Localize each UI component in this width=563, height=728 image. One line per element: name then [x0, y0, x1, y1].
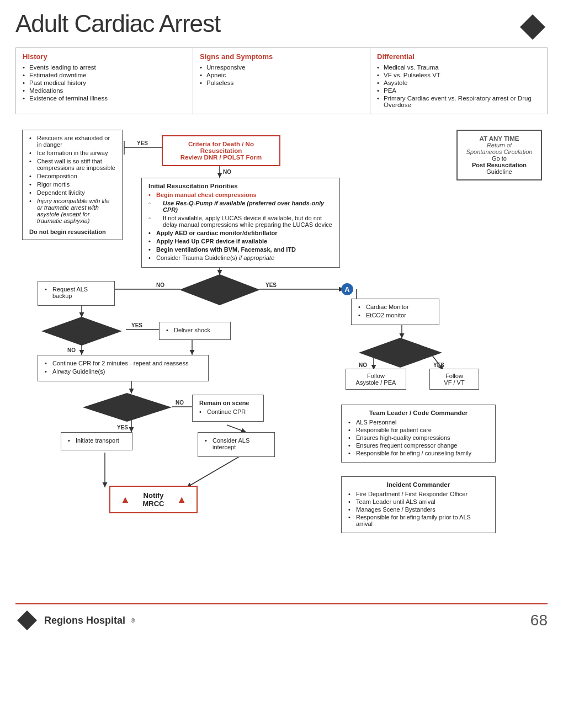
svg-text:NO: NO: [156, 282, 164, 288]
info-table: History Events leading to arrest Estimat…: [15, 47, 548, 114]
svg-text:Shockable: Shockable: [385, 345, 415, 352]
history-item: Existence of terminal illness: [23, 95, 186, 102]
airway-item: Airway Guideline(s): [45, 368, 201, 375]
signs-item: Pulseless: [200, 79, 363, 86]
incident-commander-list: Fire Department / First Responder Office…: [348, 491, 488, 527]
page-number: 68: [530, 612, 548, 629]
initiate-transport-box: Initiate transport: [61, 432, 132, 450]
footer-logo: Regions Hospital ®: [15, 609, 135, 632]
diff-item: Asystole: [377, 79, 540, 86]
team-item: Responsible for briefing / counseling fa…: [348, 450, 488, 456]
team-leader-title: Team Leader / Code Commander: [348, 410, 488, 416]
header-logo-icon: [518, 12, 548, 42]
criteria-item: Rescuers are exhausted or in danger: [29, 135, 115, 148]
incident-commander-title: Incident Commander: [348, 481, 488, 488]
history-item: Past medical history: [23, 79, 186, 86]
registered-mark: ®: [131, 618, 135, 624]
footer-logo-text: Regions Hospital: [44, 615, 125, 626]
svg-text:available?: available?: [112, 407, 141, 414]
post-resus: Post Resuscitation: [464, 162, 534, 168]
incident-item: Manages Scene / Bystanders: [348, 506, 488, 513]
svg-text:YES: YES: [265, 282, 277, 288]
flow-area: NO YES NO YES YES NO: [15, 124, 548, 593]
svg-text:LUCAS device: LUCAS device: [106, 400, 147, 406]
resus-sub1: Use Res-Q-Pump if available (preferred o…: [148, 200, 333, 213]
svg-marker-44: [359, 338, 442, 368]
team-item: Responsible for patient care: [348, 427, 488, 433]
continue-cpr2-item: Continue CPR: [199, 408, 257, 415]
team-item: ALS Personnel: [348, 419, 488, 426]
consider-als-item: Consider ALS intercept: [205, 437, 268, 450]
notify-mrcc-label: Notify MRCC: [136, 491, 171, 508]
resus-bullet5: Consider Trauma Guideline(s) if appropri…: [148, 254, 333, 261]
criteria-item: Injury incompatible with life or traumat…: [29, 198, 115, 224]
incident-item: Responsible for briefing family prior to…: [348, 514, 488, 527]
svg-text:Scene: Scene: [211, 291, 229, 297]
diff-item: VF vs. Pulseless VT: [377, 72, 540, 78]
criteria-item: Dependent lividity: [29, 189, 115, 196]
page-title: Adult Cardiac Arrest: [15, 10, 220, 38]
at-any-time-box: AT ANY TIME Return of Spontaneous Circul…: [456, 130, 542, 180]
t-icon-right: ▲: [177, 494, 187, 506]
criteria-item: Decomposition: [29, 173, 115, 179]
svg-text:NO: NO: [67, 347, 76, 353]
request-als-box: Request ALS backup: [38, 281, 115, 306]
criteria-line1: Criteria for Death / No Resuscitation: [171, 141, 272, 154]
svg-line-28: [227, 425, 246, 432]
etco2-item: EtCO2 monitor: [358, 312, 432, 318]
history-item: Medications: [23, 87, 186, 94]
return-of: Return of: [464, 142, 534, 148]
shockable-right-diamond: Shockable Rhythm?: [358, 337, 443, 370]
goto-label: Go to: [464, 155, 534, 162]
svg-text:YES: YES: [117, 424, 128, 431]
signs-item: Apneic: [200, 72, 363, 78]
follow-asystole-label: FollowAsystole / PEA: [356, 373, 396, 386]
lucas-diamond: LUCAS device available?: [82, 392, 173, 424]
team-leader-box: Team Leader / Code Commander ALS Personn…: [341, 405, 496, 463]
team-item: Ensures high-quality compressions: [348, 434, 488, 441]
signs-list: Unresponsive Apneic Pulseless: [200, 64, 363, 86]
page-header: Adult Cardiac Arrest: [15, 10, 548, 42]
history-item: Events leading to arrest: [23, 64, 186, 71]
criteria-item: Chest wall is so stiff that compressions…: [29, 158, 115, 171]
svg-text:NO: NO: [176, 400, 184, 406]
svg-line-27: [187, 453, 246, 487]
resus-bullet1: Begin manual chest compressions: [148, 192, 333, 198]
criteria-item: Rigor mortis: [29, 181, 115, 188]
svg-text:YES: YES: [137, 140, 148, 146]
svg-text:Rhythm?: Rhythm?: [68, 331, 95, 338]
shockable-left-diamond: Shockable Rhythm?: [40, 316, 123, 348]
consider-als-box: Consider ALS intercept: [198, 432, 275, 457]
differential-list: Medical vs. Trauma VF vs. Pulseless VT A…: [377, 64, 540, 108]
resus-bullet4: Begin ventilations with BVM, Facemask, a…: [148, 246, 333, 253]
at-any-time-label: AT ANY TIME: [464, 135, 534, 142]
differential-title: Differential: [377, 52, 540, 61]
criteria-death-box: Criteria for Death / No Resuscitation Re…: [162, 135, 280, 166]
history-list: Events leading to arrest Estimated downt…: [23, 64, 186, 102]
signs-item: Unresponsive: [200, 64, 363, 71]
initial-resus-title: Initial Resuscitation Priorities: [148, 183, 333, 189]
cardiac-monitor-item: Cardiac Monitor: [358, 304, 432, 310]
incident-commander-box: Incident Commander Fire Department / Fir…: [341, 476, 496, 533]
follow-vfvt-box: FollowVF / VT: [429, 369, 479, 390]
team-item: Ensures frequent compressor change: [348, 442, 488, 449]
svg-text:Rhythm?: Rhythm?: [387, 353, 413, 360]
svg-text:YES: YES: [131, 322, 142, 328]
diff-item: Medical vs. Trauma: [377, 64, 540, 71]
footer: Regions Hospital ® 68: [15, 603, 548, 632]
circle-a: A: [341, 283, 353, 295]
guideline-label: Guideline: [464, 168, 534, 175]
svg-text:Shockable: Shockable: [66, 323, 97, 330]
criteria-item: Ice formation in the airway: [29, 150, 115, 156]
resus-sub2: If not available, apply LUCAS device if …: [148, 215, 333, 228]
continue-cpr-item: Continue CPR for 2 minutes - repeat and …: [45, 360, 201, 366]
notify-mrcc-box: ▲ Notify MRCC ▲: [109, 486, 198, 513]
diff-item: Primary Cardiac event vs. Respiratory ar…: [377, 95, 540, 108]
team-leader-list: ALS Personnel Responsible for patient ca…: [348, 419, 488, 456]
incident-item: Team Leader until ALS arrival: [348, 498, 488, 505]
history-cell: History Events leading to arrest Estimat…: [16, 48, 193, 114]
follow-asystole-box: FollowAsystole / PEA: [346, 369, 406, 390]
initial-resus-box: Initial Resuscitation Priorities Begin m…: [141, 178, 340, 268]
history-item: Estimated downtime: [23, 72, 186, 78]
incident-item: Fire Department / First Responder Office…: [348, 491, 488, 497]
